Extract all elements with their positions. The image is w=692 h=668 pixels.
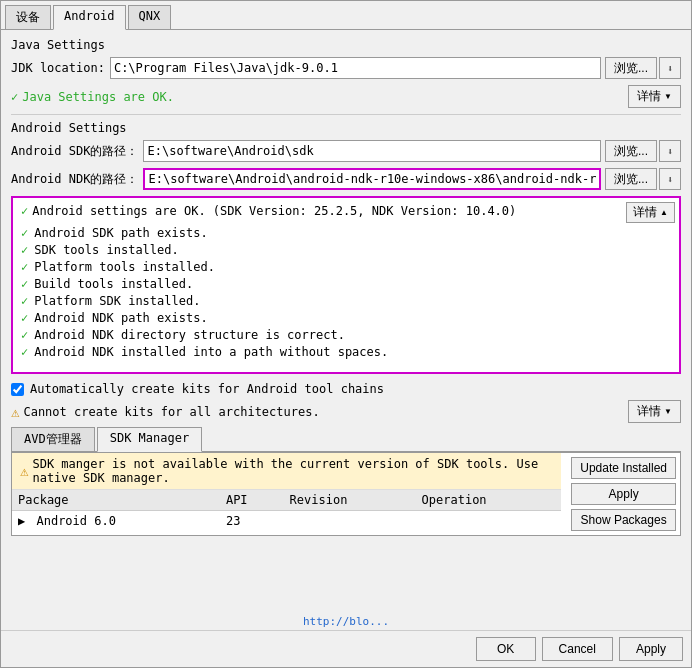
cancel-button[interactable]: Cancel: [542, 637, 613, 661]
check-text-4: Platform SDK installed.: [34, 294, 200, 308]
check-icon-2: ✓: [21, 260, 28, 274]
auto-kit-checkbox[interactable]: [11, 383, 24, 396]
android-ok-text: Android settings are OK. (SDK Version: 2…: [32, 204, 516, 218]
android-details-button[interactable]: 详情 ▲: [626, 202, 675, 223]
sdk-table: Package API Revision Operation ▶ Android…: [12, 490, 561, 531]
warning-icon: ⚠: [11, 404, 19, 420]
check-item-2: ✓ Platform tools installed.: [21, 260, 671, 274]
check-text-1: SDK tools installed.: [34, 243, 179, 257]
expand-arrow-icon: ▶: [18, 514, 25, 528]
check-icon-3: ✓: [21, 277, 28, 291]
check-icon-7: ✓: [21, 345, 28, 359]
java-section-label: Java Settings: [11, 38, 681, 52]
cannot-details-button[interactable]: 详情 ▼: [628, 400, 681, 423]
row-package-text: Android 6.0: [36, 514, 115, 528]
tab-sdk-manager[interactable]: SDK Manager: [97, 427, 202, 452]
check-item-0: ✓ Android SDK path exists.: [21, 226, 671, 240]
cannot-details-label: 详情: [637, 403, 661, 420]
android-check-icon: ✓: [21, 204, 28, 218]
bottom-bar: OK Cancel Apply: [1, 630, 691, 667]
check-item-1: ✓ SDK tools installed.: [21, 243, 671, 257]
row-revision: [284, 511, 416, 532]
ndk-path-label: Android NDK的路径：: [11, 171, 138, 188]
cannot-create-text: Cannot create kits for all architectures…: [23, 405, 319, 419]
check-item-4: ✓ Platform SDK installed.: [21, 294, 671, 308]
tab-device[interactable]: 设备: [5, 5, 51, 29]
jdk-label: JDK location:: [11, 61, 105, 75]
sdk-manager-area: ⚠ SDK manger is not available with the c…: [11, 452, 681, 536]
sdk-warning-banner: ⚠ SDK manger is not available with the c…: [12, 453, 561, 490]
col-package: Package: [12, 490, 220, 511]
check-text-2: Platform tools installed.: [34, 260, 215, 274]
update-installed-button[interactable]: Update Installed: [571, 457, 676, 479]
check-item-6: ✓ Android NDK directory structure is cor…: [21, 328, 671, 342]
android-section-label: Android Settings: [11, 121, 681, 135]
jdk-input[interactable]: [110, 57, 601, 79]
java-ok-text: Java Settings are OK.: [22, 90, 174, 104]
android-info-box: ✓ Android settings are OK. (SDK Version:…: [11, 196, 681, 374]
sdk-warning-text: SDK manger is not available with the cur…: [32, 457, 553, 485]
java-details-button[interactable]: 详情 ▼: [628, 85, 681, 108]
auto-kit-row: Automatically create kits for Android to…: [11, 382, 681, 396]
sdk-path-label: Android SDK的路径：: [11, 143, 138, 160]
check-item-7: ✓ Android NDK installed into a path with…: [21, 345, 671, 359]
android-details-label: 详情: [633, 204, 657, 221]
check-item-3: ✓ Build tools installed.: [21, 277, 671, 291]
apply-bottom-button[interactable]: Apply: [619, 637, 683, 661]
sdk-download-button[interactable]: ⬇: [659, 140, 681, 162]
ok-button[interactable]: OK: [476, 637, 536, 661]
row-api: 23: [220, 511, 284, 532]
content-area: Java Settings JDK location: 浏览... ⬇ ✓ Ja…: [1, 30, 691, 613]
top-tab-bar: 设备 Android QNX: [1, 1, 691, 30]
inner-tab-bar: AVD管理器 SDK Manager: [11, 427, 681, 452]
sdk-path-input[interactable]: [143, 140, 601, 162]
cannot-create-row: ⚠ Cannot create kits for all architectur…: [11, 400, 681, 423]
check-item-5: ✓ Android NDK path exists.: [21, 311, 671, 325]
check-icon-0: ✓: [21, 226, 28, 240]
auto-kit-label: Automatically create kits for Android to…: [30, 382, 384, 396]
sdk-table-area: ⚠ SDK manger is not available with the c…: [12, 453, 561, 535]
java-ok-status: ✓ Java Settings are OK. 详情 ▼: [11, 85, 681, 108]
sdk-browse-button[interactable]: 浏览...: [605, 140, 657, 162]
java-check-icon: ✓: [11, 90, 18, 104]
col-api: API: [220, 490, 284, 511]
check-icon-6: ✓: [21, 328, 28, 342]
tab-android[interactable]: Android: [53, 5, 126, 30]
divider-1: [11, 114, 681, 115]
jdk-browse-button[interactable]: 浏览...: [605, 57, 657, 79]
check-text-3: Build tools installed.: [34, 277, 193, 291]
show-packages-button[interactable]: Show Packages: [571, 509, 676, 531]
row-package: ▶ Android 6.0: [12, 511, 220, 532]
ndk-download-button[interactable]: ⬇: [659, 168, 681, 190]
ndk-browse-button[interactable]: 浏览...: [605, 168, 657, 190]
android-check-list: ✓ Android SDK path exists. ✓ SDK tools i…: [21, 222, 671, 366]
check-icon-1: ✓: [21, 243, 28, 257]
tab-qnx[interactable]: QNX: [128, 5, 172, 29]
check-text-5: Android NDK path exists.: [34, 311, 207, 325]
sdk-warning-icon: ⚠: [20, 463, 28, 479]
tab-avd-manager[interactable]: AVD管理器: [11, 427, 95, 451]
col-revision: Revision: [284, 490, 416, 511]
android-ok-header: ✓ Android settings are OK. (SDK Version:…: [21, 204, 671, 218]
jdk-download-button[interactable]: ⬇: [659, 57, 681, 79]
dialog: 设备 Android QNX Java Settings JDK locatio…: [0, 0, 692, 668]
android-details-arrow-icon: ▲: [660, 208, 668, 217]
jdk-row: JDK location: 浏览... ⬇: [11, 57, 681, 79]
table-row[interactable]: ▶ Android 6.0 23: [12, 511, 561, 532]
check-text-6: Android NDK directory structure is corre…: [34, 328, 345, 342]
check-icon-4: ✓: [21, 294, 28, 308]
java-details-arrow-icon: ▼: [664, 92, 672, 101]
check-icon-5: ✓: [21, 311, 28, 325]
ndk-path-row: Android NDK的路径： 浏览... ⬇: [11, 168, 681, 190]
ndk-path-input[interactable]: [143, 168, 601, 190]
sdk-path-row: Android SDK的路径： 浏览... ⬇: [11, 140, 681, 162]
sdk-right-buttons: Update Installed Apply Show Packages: [567, 453, 680, 535]
apply-sdk-button[interactable]: Apply: [571, 483, 676, 505]
java-details-label: 详情: [637, 88, 661, 105]
check-text-0: Android SDK path exists.: [34, 226, 207, 240]
col-operation: Operation: [416, 490, 562, 511]
cannot-details-arrow-icon: ▼: [664, 407, 672, 416]
watermark: http://blo...: [1, 613, 691, 630]
check-text-7: Android NDK installed into a path withou…: [34, 345, 388, 359]
row-operation: [416, 511, 562, 532]
